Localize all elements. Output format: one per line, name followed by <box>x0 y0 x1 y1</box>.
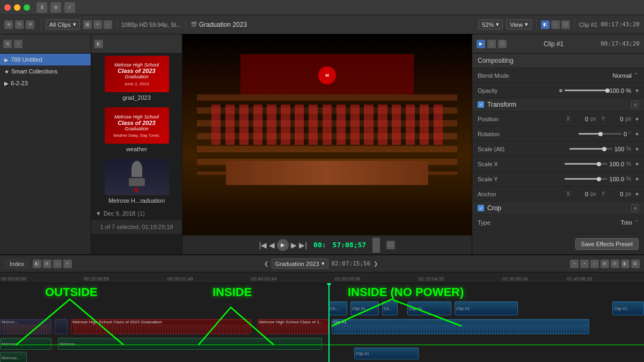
crop-expand-icon[interactable]: ⊞ <box>631 204 639 212</box>
browser-status: 1 of 7 selected, 01:19:29;18 <box>91 219 182 234</box>
timeline-audio-icon[interactable]: ♪ <box>590 260 599 268</box>
timeline-right-tool-3[interactable]: ⊞ <box>601 260 609 268</box>
clip-item-melrose[interactable]: M Melrose H...raduation <box>91 157 182 208</box>
scale-x-slider[interactable] <box>565 163 608 165</box>
arrow-down-icon[interactable]: ⬇ <box>36 2 47 13</box>
all-clips-dropdown[interactable]: All Clips ▾ <box>46 19 80 29</box>
clip-item-weather[interactable]: Melrose High School Class of 2023 Gradua… <box>91 105 182 157</box>
close-button[interactable] <box>4 4 11 11</box>
sidebar-grid-icon[interactable]: ⊞ <box>3 40 12 48</box>
main-clip-1-main[interactable]: Clip #1 <box>332 319 589 334</box>
grid-icon[interactable]: ⊞ <box>4 20 13 29</box>
info-icon[interactable]: ⓘ <box>561 20 570 29</box>
main-clip-small-1[interactable] <box>55 319 68 334</box>
stage-area <box>226 161 428 185</box>
main-clip-graduation-2[interactable]: Melrose High School Class of 2... <box>258 319 328 334</box>
main-track: Melros... Melrose High School Class of 2… <box>0 318 644 335</box>
fast-forward-button[interactable]: ▶| <box>299 241 307 249</box>
clip-item-grad2023[interactable]: Melrose High School Class of 2023 Gradua… <box>91 54 182 105</box>
maximize-button[interactable] <box>24 4 30 11</box>
crop-type-label: Type <box>478 219 521 226</box>
opacity-keyframe-icon[interactable] <box>559 89 562 92</box>
scale-y-slider[interactable] <box>565 178 608 180</box>
view-buttons: ▦ ≡ ⌕ <box>83 20 112 29</box>
crop-type-row: Type Trim ⌃ <box>472 215 644 230</box>
save-effects-preset-button[interactable]: Save Effects Preset <box>575 238 639 250</box>
annotation-inside-text: INSIDE <box>213 285 252 299</box>
audio-icon[interactable]: ♪ <box>551 20 560 29</box>
sidebar-item-6-2-23[interactable]: ▶ 6-2-23 <box>0 77 91 89</box>
fullscreen-button[interactable]: ⛶ <box>386 241 395 249</box>
search-icon[interactable]: ⌕ <box>104 20 112 29</box>
viewer: M |◀ ◀ ▶ ▶ ▶| 00:57:08;57 <box>182 34 472 254</box>
sidebar-item-smart-collections[interactable]: ★ Smart Collections <box>0 65 91 77</box>
video-track-top: Cli... Clip #1 Cli... Clip #1 Clip #1 Cl… <box>328 300 644 316</box>
play-next-button[interactable]: ▶ <box>291 241 297 249</box>
checkmark-icon[interactable]: ✓ <box>64 2 75 13</box>
shuttle-control[interactable] <box>372 238 380 253</box>
sidebar-item-untitled[interactable]: ▶ 788 Untitled <box>0 54 91 65</box>
transform-expand-icon[interactable]: ⊞ <box>631 101 639 108</box>
blend-mode-text: Normal <box>613 72 632 79</box>
settings-icon[interactable]: ⚙ <box>26 20 34 29</box>
timeline-right-tool-4[interactable]: ⊟ <box>611 260 619 268</box>
key-icon[interactable]: ⊕ <box>50 2 61 13</box>
list-icon[interactable]: ≡ <box>93 20 102 29</box>
timeline-right-tool-5[interactable]: ◧ <box>621 260 630 268</box>
main-clip-melros[interactable]: Melros... <box>0 319 52 334</box>
timeline-project-dropdown[interactable]: Graduation 2023 ▾ <box>272 258 328 269</box>
audio-clip-long[interactable]: Melrose... <box>58 338 322 350</box>
opacity-slider[interactable] <box>565 90 608 91</box>
bottom-clip-1[interactable]: Clip #1 <box>354 348 419 359</box>
timeline-tool-1[interactable]: ◧ <box>33 260 41 268</box>
crop-label: Crop <box>487 204 501 212</box>
browser-toolbar: ◧ <box>91 34 182 54</box>
rotation-slider[interactable] <box>579 133 621 135</box>
play-prev-button[interactable]: ◀ <box>269 241 275 249</box>
scale-all-slider[interactable] <box>569 148 612 150</box>
anchor-y-value: 0 <box>607 191 623 197</box>
timeline-right-tool-1[interactable]: + <box>570 260 579 268</box>
view-dropdown[interactable]: View ▾ <box>506 19 532 29</box>
timeline-right-tool-2[interactable]: + <box>580 260 589 268</box>
timeline-tool-3[interactable]: ↓ <box>53 260 62 268</box>
playhead-triangle <box>326 283 332 286</box>
window-controls[interactable] <box>4 4 30 11</box>
transform-checkbox-row: ✓ Transform ⊞ <box>472 98 644 112</box>
index-tab[interactable]: Index <box>4 258 30 269</box>
rewind-button[interactable]: |◀ <box>259 241 267 249</box>
scale-x-row: Scale X 100.0 % ◆ <box>472 157 644 172</box>
inspector-audio-icon[interactable]: ♪ <box>487 40 496 48</box>
timeline-tool-4[interactable]: ≡ <box>63 260 72 268</box>
anchor-label: Anchor <box>478 191 521 197</box>
timeline-clip-cli-1[interactable]: Cli... <box>328 301 347 315</box>
bottom-clip-melrose[interactable]: Melrose... <box>0 352 27 362</box>
main-clip-graduation[interactable]: Melrose High School Class of 2023 Gradua… <box>71 319 251 334</box>
sidebar-add-icon[interactable]: + <box>14 40 23 48</box>
sidebar-item-label-6223: 6-2-23 <box>11 80 28 86</box>
play-button[interactable]: ▶ <box>277 239 289 251</box>
timeline-right-tool-6[interactable]: ⊠ <box>631 260 640 268</box>
inspector-video-icon[interactable]: ▶ <box>477 40 485 48</box>
timeline-left-arrow[interactable]: ❮ <box>264 261 268 267</box>
audio-clip-melrose[interactable]: Melrose... <box>0 338 52 350</box>
rotation-slider-fill <box>579 133 600 135</box>
minimize-button[interactable] <box>14 4 20 11</box>
timeline-clip-clip1-top2[interactable]: Clip #1 <box>407 301 451 315</box>
timeline-right-arrow[interactable]: ❯ <box>374 261 378 267</box>
inspector-toggle-icon[interactable]: ◧ <box>541 20 550 29</box>
date-header[interactable]: ▼ Dec 9, 2018 (1) <box>91 208 182 219</box>
waveform-graduation-2 <box>259 324 327 334</box>
timeline-clip-cli-2[interactable]: Cli... <box>382 301 398 315</box>
crop-checkbox[interactable]: ✓ <box>478 205 484 211</box>
refresh-icon[interactable]: ↻ <box>15 20 24 29</box>
zoom-dropdown[interactable]: 52% ▾ <box>478 19 503 29</box>
timeline-clip-clip1-top4[interactable]: Clip #1 <box>612 301 644 315</box>
timeline-clip-clip1-top[interactable]: Clip #1 <box>350 301 379 315</box>
timeline-clip-clip1-top3[interactable]: Clip #1 <box>455 301 518 315</box>
browser-view-icon[interactable]: ◧ <box>94 40 103 48</box>
timeline-tool-2[interactable]: ⊞ <box>43 260 52 268</box>
filmstrip-icon[interactable]: ▦ <box>83 20 92 29</box>
transform-checkbox[interactable]: ✓ <box>478 101 484 108</box>
inspector-info2-icon[interactable]: ⓘ <box>498 40 507 48</box>
